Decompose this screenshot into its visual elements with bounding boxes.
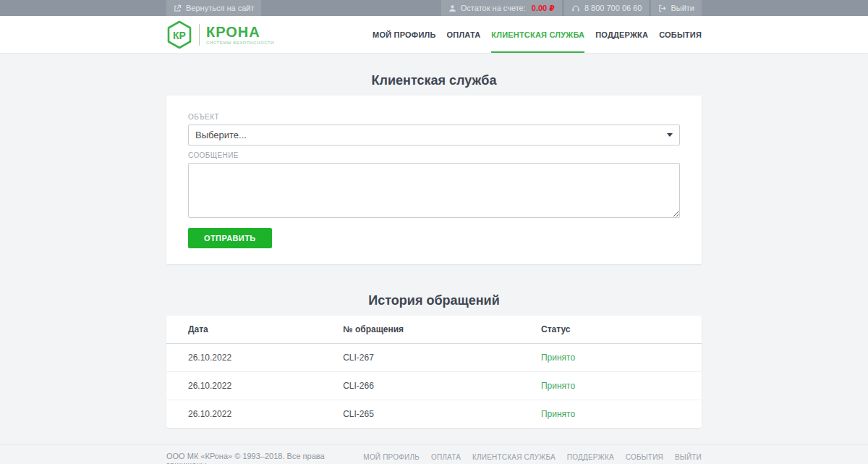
krona-hexagon-icon: КР: [166, 20, 192, 49]
footer-nav-item-4[interactable]: СОБЫТИЯ: [626, 453, 663, 461]
nav-item-3[interactable]: ПОДДЕРЖКА: [595, 16, 648, 53]
support-phone[interactable]: 8 800 700 06 60: [564, 0, 650, 16]
user-icon: [448, 4, 456, 12]
column-header-2: Статус: [541, 316, 702, 344]
page-title: Клиентская служба: [0, 73, 868, 88]
phone-number: 8 800 700 06 60: [584, 4, 642, 12]
cell-number: CLI-266: [343, 372, 541, 400]
cell-number: CLI-265: [343, 400, 541, 429]
object-select[interactable]: Выберите...: [188, 125, 680, 145]
cell-status: Принято: [541, 400, 702, 429]
main-content: Клиентская служба ОБЪЕКТ Выберите... СОО…: [0, 73, 868, 428]
history-table: Дата№ обращенияСтатус 26.10.2022CLI-267П…: [166, 316, 702, 428]
table-body: 26.10.2022CLI-267Принято26.10.2022CLI-26…: [166, 344, 702, 429]
history-title: История обращений: [166, 293, 702, 308]
nav-item-0[interactable]: МОЙ ПРОФИЛЬ: [373, 16, 435, 53]
submit-button[interactable]: ОТПРАВИТЬ: [188, 228, 272, 248]
footer-nav: МОЙ ПРОФИЛЬОПЛАТАКЛИЕНТСКАЯ СЛУЖБАПОДДЕР…: [352, 453, 702, 461]
logo-divider: [199, 24, 200, 46]
cell-status: Принято: [541, 344, 702, 372]
object-field-label: ОБЪЕКТ: [188, 113, 680, 121]
logout-label: Выйти: [671, 4, 694, 12]
footer-nav-item-2[interactable]: КЛИЕНТСКАЯ СЛУЖБА: [472, 453, 556, 461]
cell-date: 26.10.2022: [166, 400, 343, 429]
table-row: 26.10.2022CLI-265Принято: [166, 400, 702, 429]
svg-text:КР: КР: [173, 29, 186, 41]
cell-date: 26.10.2022: [166, 344, 343, 372]
table-row: 26.10.2022CLI-267Принято: [166, 344, 702, 372]
nav-item-2[interactable]: КЛИЕНТСКАЯ СЛУЖБА: [491, 16, 584, 53]
table-row: 26.10.2022CLI-266Принято: [166, 372, 702, 400]
nav-item-4[interactable]: СОБЫТИЯ: [659, 16, 702, 53]
table-header-row: Дата№ обращенияСтатус: [166, 316, 702, 344]
main-nav: МОЙ ПРОФИЛЬОПЛАТАКЛИЕНТСКАЯ СЛУЖБАПОДДЕР…: [362, 16, 702, 53]
cell-date: 26.10.2022: [166, 372, 343, 400]
client-service-form: ОБЪЕКТ Выберите... СООБЩЕНИЕ ОТПРАВИТЬ: [166, 96, 702, 264]
footer-nav-item-3[interactable]: ПОДДЕРЖКА: [567, 453, 614, 461]
balance-value: 0.00 ₽: [532, 4, 555, 13]
footer-nav-item-0[interactable]: МОЙ ПРОФИЛЬ: [363, 453, 420, 461]
nav-item-1[interactable]: ОПЛАТА: [447, 16, 481, 53]
krona-logo[interactable]: КР КРОНА СИСТЕМЫ БЕЗОПАСНОСТИ: [166, 20, 274, 49]
site-footer: ООО МК «КРона» © 1993–2018. Все права за…: [0, 444, 868, 464]
footer-nav-item-1[interactable]: ОПЛАТА: [431, 453, 461, 461]
logo-subtitle: СИСТЕМЫ БЕЗОПАСНОСТИ: [206, 41, 274, 45]
back-to-site-button[interactable]: Вернуться на сайт: [166, 0, 261, 16]
balance-indicator[interactable]: Остаток на счете: 0.00 ₽: [441, 0, 562, 16]
logo-title: КРОНА: [206, 25, 274, 39]
headphones-icon: [571, 4, 580, 12]
logout-button[interactable]: Выйти: [651, 0, 702, 16]
site-header: КР КРОНА СИСТЕМЫ БЕЗОПАСНОСТИ МОЙ ПРОФИЛ…: [0, 16, 868, 53]
copyright-text: ООО МК «КРона» © 1993–2018. Все права за…: [166, 452, 352, 464]
topbar: Вернуться на сайт Остаток на счете: 0.00…: [0, 0, 868, 16]
back-to-site-label: Вернуться на сайт: [186, 4, 254, 12]
message-textarea[interactable]: [188, 163, 680, 218]
column-header-0: Дата: [166, 316, 343, 344]
history-table-card: Дата№ обращенияСтатус 26.10.2022CLI-267П…: [166, 316, 702, 428]
column-header-1: № обращения: [343, 316, 541, 344]
logout-icon: [658, 4, 666, 12]
cell-status: Принято: [541, 372, 702, 400]
cell-number: CLI-267: [343, 344, 541, 372]
message-field-label: СООБЩЕНИЕ: [188, 151, 680, 159]
footer-nav-item-5[interactable]: ВЫЙТИ: [675, 453, 702, 461]
external-link-icon: [174, 4, 182, 12]
balance-label: Остаток на счете:: [461, 4, 526, 12]
